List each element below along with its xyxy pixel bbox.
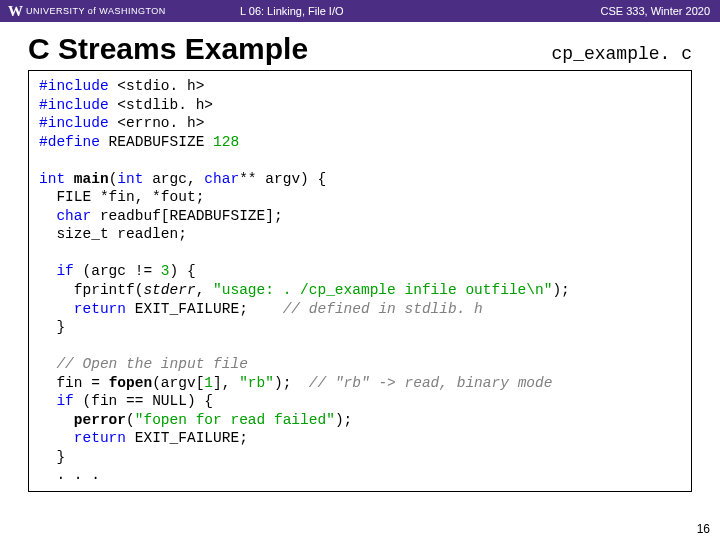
slide-title: C Streams Example [28,32,308,66]
code: char [56,208,91,224]
code [65,171,74,187]
code: // defined in stdlib. h [283,301,483,317]
uw-name: UNIVERSITY of WASHINGTON [26,6,166,16]
code: if [56,263,73,279]
code: <errno. h> [109,115,205,131]
code: <stdio. h> [109,78,205,94]
code: #include [39,115,109,131]
code-block: #include <stdio. h> #include <stdlib. h>… [28,70,692,492]
code: int [117,171,143,187]
code [39,412,74,428]
code [39,301,74,317]
code: return [74,430,126,446]
code: stderr [143,282,195,298]
code: perror [74,412,126,428]
lecture-label: L 06: Linking, File I/O [240,5,344,17]
code: fopen [109,375,153,391]
code: size_t readlen; [39,226,187,242]
code: ], [213,375,239,391]
page-number: 16 [697,522,710,536]
code: readbuf[READBUFSIZE]; [91,208,282,224]
code: } [39,449,65,465]
code [39,430,74,446]
code: 1 [204,375,213,391]
code: if [56,393,73,409]
topbar: W UNIVERSITY of WASHINGTON L 06: Linking… [0,0,720,22]
code: (argc != [74,263,161,279]
code: EXIT_FAILURE; [126,430,248,446]
code: (argv[ [152,375,204,391]
code: main [74,171,109,187]
code: #define [39,134,100,150]
code: #include [39,97,109,113]
code: (fin == NULL) { [74,393,213,409]
code: FILE *fin, *fout; [39,189,204,205]
code: } [39,319,65,335]
filename-label: cp_example. c [552,44,692,64]
code [39,393,56,409]
code: char [204,171,239,187]
title-row: C Streams Example cp_example. c [0,22,720,70]
code: // Open the input file [39,356,248,372]
code: , [196,282,213,298]
code: 128 [213,134,239,150]
code: . . . [39,467,100,483]
code: argc, [143,171,204,187]
course-label: CSE 333, Winter 2020 [601,5,720,17]
code: return [74,301,126,317]
code: #include [39,78,109,94]
code [39,208,56,224]
code: ** argv) { [239,171,326,187]
code: // "rb" -> read, binary mode [309,375,553,391]
code: EXIT_FAILURE; [126,301,283,317]
code: fprintf( [39,282,143,298]
code: READBUFSIZE [100,134,213,150]
code: "usage: . /cp_example infile outfile\n" [213,282,552,298]
code: <stdlib. h> [109,97,213,113]
code: 3 [161,263,170,279]
code: "rb" [239,375,274,391]
code: ) { [170,263,196,279]
code: ); [274,375,309,391]
uw-logo: W UNIVERSITY of WASHINGTON [0,3,240,20]
code: int [39,171,65,187]
code: ( [126,412,135,428]
code [39,263,56,279]
code: ); [552,282,569,298]
code: ); [335,412,352,428]
code: "fopen for read failed" [135,412,335,428]
code: fin = [39,375,109,391]
uw-w-icon: W [8,3,22,20]
